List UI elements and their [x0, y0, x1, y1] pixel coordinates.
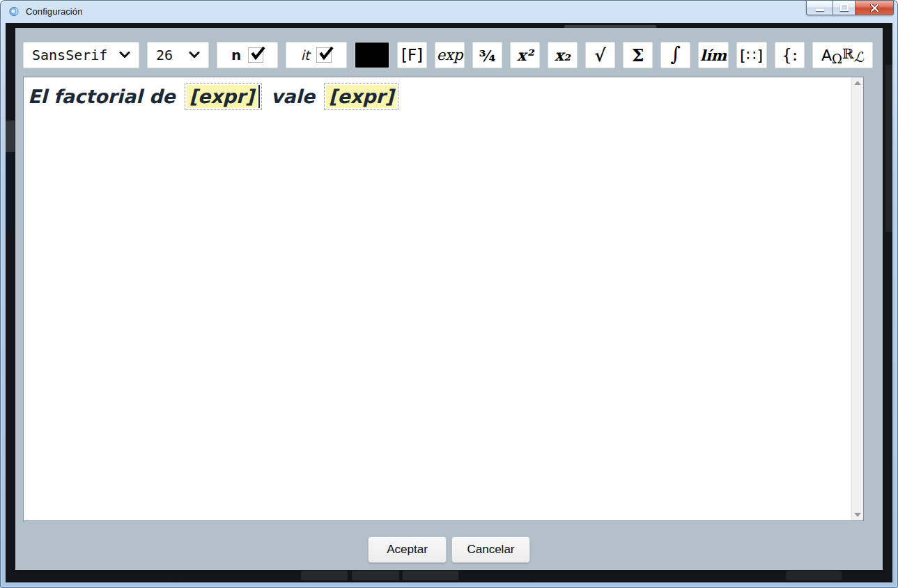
dialog-panel: SansSerif 26 n [15, 28, 883, 570]
function-template-button[interactable]: [F] [397, 42, 427, 68]
integral-button[interactable]: ∫ [660, 42, 690, 68]
chevron-down-icon [119, 52, 130, 59]
expr-highlight: [expr] [326, 85, 396, 108]
symbol-part: A [821, 47, 832, 64]
app-logo-icon [9, 6, 21, 17]
background-app-remnant [403, 571, 458, 580]
background-app-remnant [301, 571, 348, 580]
maximize-icon [840, 4, 849, 11]
chevron-down-icon [189, 52, 200, 59]
maximize-button[interactable] [833, 1, 856, 15]
scroll-up-icon[interactable] [854, 81, 861, 85]
close-icon [870, 4, 879, 12]
format-toolbar: SansSerif 26 n [23, 42, 873, 68]
font-size-select[interactable]: 26 [147, 42, 209, 68]
bold-checkbox[interactable] [248, 47, 263, 63]
configuration-dialog-window: Configuración [0, 0, 898, 588]
font-size-value: 26 [156, 47, 173, 63]
font-family-value: SansSerif [32, 47, 107, 63]
title-bar[interactable]: Configuración [6, 0, 892, 23]
text-color-swatch[interactable] [355, 42, 389, 68]
symbol-part: ℒ [854, 49, 864, 65]
background-app-remnant [885, 65, 892, 232]
bold-toggle[interactable]: n [217, 42, 278, 68]
symbols-palette-button[interactable]: A Ω ℝ ℒ [812, 42, 873, 68]
background-app-remnant [6, 121, 15, 152]
window-controls [806, 1, 894, 15]
editor-text: vale [271, 86, 315, 107]
checkmark-icon [318, 45, 334, 61]
window-title: Configuración [26, 6, 83, 17]
minimize-button[interactable] [806, 1, 833, 15]
editor-text: El factorial de [28, 86, 176, 107]
cancel-button[interactable]: Cancelar [451, 536, 530, 563]
square-root-button[interactable]: √ [585, 42, 615, 68]
expr-highlight: [expr] [187, 85, 257, 108]
cases-brace-button[interactable]: {: [775, 42, 805, 68]
font-family-select[interactable]: SansSerif [23, 42, 139, 68]
symbol-part: Ω [832, 52, 842, 66]
italic-checkbox[interactable] [316, 47, 332, 63]
fraction-button[interactable]: ¾ [472, 42, 502, 68]
background-app-remnant [352, 571, 399, 580]
checkmark-icon [249, 45, 266, 61]
accept-button[interactable]: Aceptar [368, 536, 447, 563]
expr-placeholder-token[interactable]: [expr] [324, 83, 398, 110]
close-button[interactable] [856, 1, 894, 15]
text-caret [258, 85, 260, 108]
italic-toggle[interactable]: it [286, 42, 347, 68]
vertical-scrollbar[interactable] [851, 77, 863, 520]
exponential-button[interactable]: exp [435, 42, 465, 68]
minimize-icon [816, 9, 824, 11]
summation-button[interactable]: Σ [623, 42, 653, 68]
client-area: SansSerif 26 n [6, 23, 892, 582]
background-app-remnant [786, 571, 842, 580]
limit-button[interactable]: lím [698, 42, 729, 68]
background-app-remnant [6, 152, 15, 230]
symbol-part: ℝ [842, 45, 854, 62]
italic-label: it [301, 47, 310, 63]
scroll-down-icon[interactable] [854, 513, 861, 517]
matrix-button[interactable]: [∷] [736, 42, 767, 68]
subscript-button[interactable]: x₂ [548, 42, 578, 68]
bold-label: n [231, 47, 241, 63]
expr-placeholder-token[interactable]: [expr] [185, 83, 262, 110]
superscript-button[interactable]: x² [510, 42, 540, 68]
dialog-footer: Aceptar Cancelar [15, 536, 883, 563]
formula-editor-area[interactable]: El factorial de [expr] vale [expr] [23, 77, 864, 521]
editor-line: El factorial de [expr] vale [expr] [24, 77, 863, 110]
